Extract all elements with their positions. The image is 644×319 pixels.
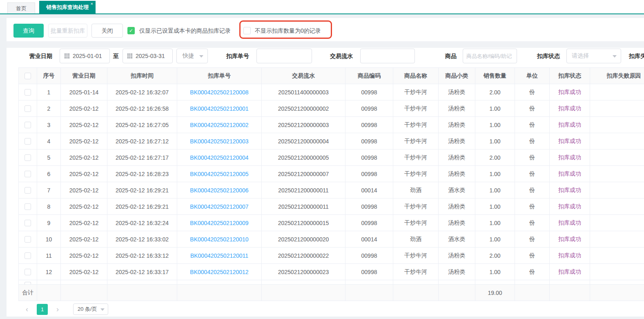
deduct-status-select[interactable]: 请选择: [566, 49, 621, 63]
cell-unit: 份: [515, 215, 550, 231]
hide-zero-checkbox[interactable]: [243, 27, 251, 34]
row-checkbox[interactable]: [25, 269, 31, 275]
deduct-status-label: 扣库状态: [537, 49, 560, 63]
tab-sales-deduction[interactable]: 销售扣库查询处理 ×: [39, 1, 96, 13]
table-row: 62025-02-122025-02-12 16:28:23BK00042025…: [19, 166, 644, 182]
cell-category: 汤粉类: [439, 215, 475, 231]
row-checkbox[interactable]: [25, 282, 31, 284]
cell-trade-no: 2025021200000007: [262, 166, 345, 182]
cell-bill-no[interactable]: BK0004202502120008: [177, 84, 262, 100]
cell-bill-no[interactable]: BK0004202502120003: [177, 133, 262, 149]
cell-name: 劲酒: [393, 182, 439, 199]
cell-code: 00998: [345, 166, 393, 182]
row-checkbox[interactable]: [25, 122, 31, 128]
table-row: 112025-02-122025-02-12 16:33:12BK0004202…: [19, 248, 644, 264]
total-qty: 19.00: [475, 285, 515, 301]
cell-status: 扣库成功: [550, 100, 590, 117]
cell-status: 扣库成功: [550, 231, 590, 248]
row-checkbox[interactable]: [25, 220, 31, 226]
cell-biz-date: 2025-02-12: [61, 149, 107, 166]
tab-home[interactable]: 首页: [7, 2, 35, 13]
cell-bill-no[interactable]: BK0004202502120009: [177, 215, 262, 231]
trade-flow-label: 交易流水: [330, 49, 353, 63]
row-checkbox[interactable]: [25, 171, 31, 177]
page-button-1[interactable]: 1: [37, 304, 48, 315]
query-button[interactable]: 查询: [13, 24, 44, 38]
cell-status: 扣库成功: [550, 84, 590, 100]
quick-range-dropdown[interactable]: 快捷: [176, 49, 208, 63]
page-size-label: 20 条/页: [78, 306, 97, 312]
cell-qty: 1.00: [475, 100, 515, 117]
trade-flow-input[interactable]: [360, 49, 415, 63]
partially-visible-row: [19, 280, 644, 285]
date-to-input[interactable]: 2025-03-31: [123, 49, 173, 63]
cell-unit: 份: [515, 182, 550, 199]
next-page-icon[interactable]: ›: [53, 303, 62, 315]
row-checkbox[interactable]: [25, 105, 31, 112]
cell-bill-no[interactable]: BK0004202502120004: [177, 149, 262, 166]
cell-qty: 2.00: [475, 149, 515, 166]
row-checkbox[interactable]: [25, 138, 31, 145]
cell-status: 扣库成功: [550, 117, 590, 133]
cell-name: 干炒牛河: [393, 248, 439, 264]
total-row: 合计 19.00: [19, 285, 644, 301]
cell-bill-no[interactable]: BK0004202502120007: [177, 199, 262, 215]
page-size-dropdown[interactable]: 20 条/页: [73, 303, 108, 315]
cell-trade-no: 2025011400000003: [262, 84, 345, 100]
cell-fail-reason: [590, 215, 644, 231]
cell-seq: 3: [37, 117, 61, 133]
table-row: 122025-02-122025-02-12 16:33:17BK0004202…: [19, 264, 644, 280]
cell-bill-no[interactable]: BK0004202502120006: [177, 182, 262, 199]
cell-status: 扣库成功: [550, 199, 590, 215]
cell-name: 干炒牛河: [393, 199, 439, 215]
cell-code: 00998: [345, 133, 393, 149]
table-row: 32025-02-122025-02-12 16:27:05BK00042025…: [19, 117, 644, 133]
cell-biz-date: 2025-02-12: [61, 117, 107, 133]
date-from-value: 2025-01-01: [73, 53, 102, 59]
product-search-input[interactable]: [463, 49, 517, 63]
row-checkbox[interactable]: [25, 154, 31, 161]
costcard-checkbox[interactable]: ✓: [127, 27, 135, 34]
row-checkbox[interactable]: [25, 236, 31, 243]
cell-seq: 12: [37, 264, 61, 280]
cell-deduct-time: 2025-02-12 16:27:17: [107, 149, 177, 166]
row-checkbox[interactable]: [25, 252, 31, 259]
select-all-checkbox[interactable]: [25, 73, 31, 79]
prev-page-icon[interactable]: ‹: [22, 303, 32, 315]
cell-unit: 份: [515, 248, 550, 264]
close-button[interactable]: 关闭: [91, 24, 123, 38]
row-checkbox[interactable]: [25, 187, 31, 194]
row-checkbox[interactable]: [25, 89, 31, 96]
cell-trade-no: 2025021200000011: [262, 199, 345, 215]
cell-code: 00998: [345, 199, 393, 215]
cell-bill-no[interactable]: BK0004202502120011: [177, 248, 262, 264]
col-deduct-time: 扣库时间: [107, 68, 177, 84]
cell-name: 干炒牛河: [393, 166, 439, 182]
cell-bill-no[interactable]: BK0004202502120010: [177, 231, 262, 248]
cell-trade-no: 2025021200000015: [262, 215, 345, 231]
business-date-label: 营业日期: [29, 49, 52, 63]
deduct-bill-input[interactable]: [256, 49, 312, 63]
cell-code: 00998: [345, 215, 393, 231]
table-row: 52025-02-122025-02-12 16:27:17BK00042025…: [19, 149, 644, 166]
cell-bill-no[interactable]: BK0004202502120002: [177, 117, 262, 133]
cell-fail-reason: [590, 248, 644, 264]
col-bill-no: 扣库单号: [177, 68, 262, 84]
col-category: 商品小类: [439, 68, 475, 84]
records-table: 序号 营业日期 扣库时间 扣库单号 交易流水 商品编码 商品名称 商品小类 销售…: [18, 67, 644, 301]
batch-rededuct-button[interactable]: 批量重新扣库: [48, 24, 87, 38]
cell-name: 干炒牛河: [393, 149, 439, 166]
cell-name: 干炒牛河: [393, 133, 439, 149]
cell-biz-date: 2025-02-12: [61, 133, 107, 149]
cell-category: 汤粉类: [439, 248, 475, 264]
cell-bill-no[interactable]: BK0004202502120012: [177, 264, 262, 280]
date-from-input[interactable]: 2025-01-01: [60, 49, 110, 63]
cell-bill-no[interactable]: BK0004202502120005: [177, 166, 262, 182]
row-checkbox[interactable]: [25, 203, 31, 210]
cell-name: 干炒牛河: [393, 84, 439, 100]
cell-fail-reason: [590, 100, 644, 117]
cell-bill-no[interactable]: BK0004202502120001: [177, 100, 262, 117]
close-tab-icon[interactable]: ×: [91, 1, 93, 6]
cell-unit: 份: [515, 117, 550, 133]
cell-category: 酒水类: [439, 182, 475, 199]
